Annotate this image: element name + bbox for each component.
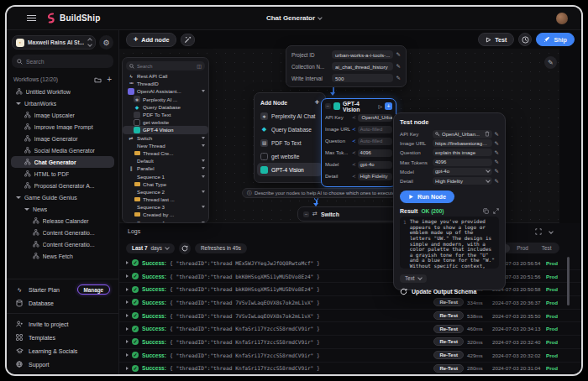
edit-pencil-icon[interactable]: ✎ (396, 75, 401, 81)
add-node-menu-item[interactable]: get website (257, 149, 323, 163)
node-tree-search[interactable]: ◫ (126, 61, 205, 70)
update-output-schema-button[interactable]: Update Output Schema (400, 288, 499, 295)
logs-scrollbar[interactable] (567, 257, 570, 305)
expand-chevron-icon[interactable] (126, 327, 129, 331)
copy-icon[interactable] (483, 208, 489, 214)
sidebar-item-support[interactable]: Support (7, 358, 118, 371)
field-input[interactable]: OpenAI_Urban... (433, 130, 492, 138)
edit-pencil-icon[interactable]: ✎ (396, 63, 401, 70)
expand-chevron-icon[interactable] (126, 367, 129, 370)
sidebar-workflow-item[interactable]: Game Guide Genius (11, 191, 114, 203)
workspace-selector[interactable]: ⋆ Maxwell Rains AI St... (12, 35, 96, 50)
sidebar-workflow-item[interactable]: Proposal Generator A... (11, 180, 114, 191)
user-avatar[interactable] (556, 13, 568, 24)
log-row[interactable]: ✓ Success: { "threadID":"thread_bkK0HSsg… (119, 283, 581, 296)
retest-button[interactable]: Re-Test (433, 364, 464, 373)
node-tree-item[interactable]: Thread Cre... (123, 149, 208, 157)
field-value[interactable]: Auto-filled (358, 138, 392, 145)
input-handle-icon[interactable]: ≺ (352, 150, 356, 155)
edit-pencil-icon[interactable]: ✎ (495, 131, 499, 138)
expand-chevron-icon[interactable] (126, 314, 129, 317)
refresh-button[interactable] (179, 243, 191, 254)
gear-icon[interactable]: ⚙ (99, 35, 113, 50)
magic-wand-icon[interactable] (181, 34, 195, 46)
manage-button[interactable]: Manage (77, 284, 110, 295)
retest-button[interactable]: Re-Test (433, 351, 464, 359)
edit-pencil-icon[interactable]: ✎ (495, 140, 499, 147)
expand-chevron-icon[interactable] (126, 274, 129, 278)
sidebar-item-templates[interactable]: Templates (7, 331, 118, 344)
log-row[interactable]: ✓ Success: { "threadID":"thread_KnfaSri1… (119, 363, 581, 376)
log-row[interactable]: ✓ Success: { "threadID":"thread_7VSvIwLa… (119, 296, 581, 310)
test-badge-icon[interactable]: + (385, 102, 392, 110)
config-value[interactable]: ai_chat_thread_history (332, 62, 393, 70)
sidebar-workflow-item[interactable]: Untitled Workflow (11, 86, 114, 97)
field-value[interactable]: High Fidelity (358, 173, 392, 180)
node-tree-item[interactable]: PDF To Text (123, 111, 208, 118)
sidebar-workflow-item[interactable]: News (11, 203, 114, 215)
node-tree-item[interactable]: Sequence 1 (123, 172, 208, 180)
node-tree-item[interactable]: Thread last ... (123, 196, 208, 203)
trash-icon[interactable] (485, 131, 490, 137)
edit-pencil-icon[interactable]: ✎ (544, 56, 557, 69)
add-node-button[interactable]: + Add node (126, 33, 176, 47)
env-filter-tab[interactable]: Prod (510, 244, 535, 253)
sidebar-workflow-item[interactable]: Release Calander (11, 215, 114, 227)
sidebar-item-invite[interactable]: Invite to project (7, 317, 118, 331)
field-input[interactable]: https://firebasestorage.googl... (433, 139, 492, 147)
input-handle-icon[interactable]: ≺ (352, 115, 356, 120)
gpt4-vision-node[interactable]: − GPT-4 Vision ▷ + API Key ≺ OpenAI_Urba… (321, 98, 396, 187)
edit-pencil-icon[interactable]: ✎ (495, 178, 499, 185)
sidebar-item-learning[interactable]: Learning & Socials (7, 344, 118, 358)
ship-button[interactable]: Ship (536, 33, 575, 46)
play-icon[interactable]: ▷ (378, 103, 382, 109)
panel-collapse-icon[interactable]: ◫ (197, 63, 202, 69)
search-input[interactable] (26, 59, 93, 65)
node-tree-item[interactable]: Sequence 4 (123, 219, 208, 223)
input-handle-icon[interactable]: ≺ (352, 138, 356, 144)
node-tree-item[interactable]: Default (123, 157, 208, 164)
edit-pencil-icon[interactable]: ✎ (495, 159, 499, 165)
sidebar-workflow-item[interactable]: Content Generatio... (11, 227, 114, 238)
node-tree-item[interactable]: Parallel (123, 164, 208, 172)
node-tree-item[interactable]: get website (123, 118, 208, 126)
retest-button[interactable]: Re-Test (433, 337, 464, 346)
history-clock-icon[interactable] (518, 33, 532, 46)
collapse-icon[interactable]: − (303, 211, 309, 217)
edit-pencil-icon[interactable]: ✎ (396, 51, 401, 58)
test-button[interactable]: Test (478, 33, 514, 46)
input-handle-icon[interactable]: ≺ (352, 127, 356, 132)
sidebar-item-database[interactable]: Database (7, 296, 118, 310)
expand-chevron-icon[interactable] (126, 300, 129, 304)
node-tree-item[interactable]: Created by ... (123, 211, 208, 218)
expand-icon[interactable] (493, 208, 499, 214)
log-row[interactable]: ✓ Success: { "threadID":"thread_7VSvIwLa… (119, 310, 581, 323)
add-node-menu-item[interactable]: Query Database (257, 123, 323, 136)
config-value[interactable]: 500 (332, 74, 393, 82)
env-filter-tab[interactable]: Test (535, 244, 559, 253)
log-row[interactable]: ✓ Success: { "threadID":"thread_KnfaSri1… (119, 349, 581, 363)
field-input[interactable]: gpt-4o (433, 168, 492, 175)
output-type-select[interactable]: Text (400, 274, 427, 283)
node-tree-item[interactable]: Sequence 3 (123, 203, 208, 211)
workflow-title-dropdown[interactable]: Chat Generator (266, 14, 322, 22)
chevron-down-icon[interactable] (549, 229, 554, 234)
add-node-menu-item[interactable]: Perplexity AI Chat (257, 109, 323, 123)
node-tree-item[interactable]: New Thread (123, 142, 208, 149)
node-tree-item[interactable]: Sequence 2 (123, 188, 208, 196)
config-value[interactable]: urban-works-a-i-tools-... (332, 50, 393, 59)
result-output[interactable]: 1 The image you've provided appears to s… (400, 217, 499, 269)
edit-pencil-icon[interactable]: ✎ (495, 149, 499, 156)
node-tree-item[interactable]: Query Database (123, 103, 208, 111)
input-handle-icon[interactable]: ≺ (352, 174, 356, 179)
run-node-button[interactable]: Run Node (400, 190, 454, 203)
log-row[interactable]: ✓ Success: { "threadID":"thread_KnfaSri1… (119, 336, 581, 349)
sidebar-workflow-item[interactable]: Chat Generator (11, 156, 114, 168)
expand-chevron-icon[interactable] (126, 353, 129, 357)
log-row[interactable]: ✓ Success: { "threadID":"thread_bkK0HSsg… (119, 270, 581, 284)
expand-chevron-icon[interactable] (126, 261, 129, 264)
add-node-menu-item[interactable]: GPT-4 Vision (257, 163, 323, 176)
sidebar-workflow-item[interactable]: Social Media Generator (11, 144, 114, 156)
node-tree-item[interactable]: Chat Type (123, 180, 208, 188)
log-row[interactable]: ✓ Success: { "threadID":"thread_KnfaSri1… (119, 322, 581, 336)
